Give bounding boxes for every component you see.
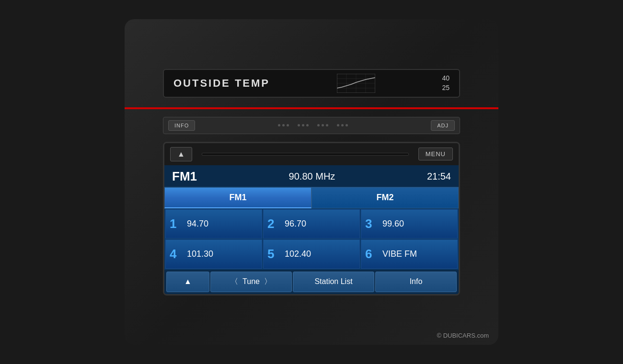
- preset-frequency: VIBE FM: [382, 249, 417, 259]
- dot: [326, 124, 328, 126]
- screen-header: FM1 90.80 MHz 21:54: [164, 165, 459, 187]
- dot-groups: [278, 124, 348, 126]
- preset-4-button[interactable]: 4 101.30: [165, 239, 262, 269]
- dot-group-2: [298, 124, 309, 126]
- station-list-button[interactable]: Station List: [293, 272, 374, 292]
- preset-number: 3: [365, 216, 377, 231]
- band-tabs: FM1 FM2: [164, 187, 459, 208]
- preset-frequency: 94.70: [187, 219, 208, 229]
- tab-fm2[interactable]: FM2: [312, 187, 459, 208]
- preset-1-button[interactable]: 1 94.70: [165, 209, 262, 239]
- dot-group-3: [317, 124, 328, 126]
- frequency-display: 90.80 MHz: [289, 171, 335, 182]
- red-indicator-bar: [125, 107, 498, 109]
- preset-6-button[interactable]: 6 VIBE FM: [361, 239, 458, 269]
- tune-right-icon: 〉: [264, 277, 272, 285]
- tune-label: Tune: [242, 277, 260, 285]
- cd-slot: [202, 153, 409, 156]
- preset-3-button[interactable]: 3 99.60: [361, 209, 458, 239]
- preset-number: 2: [267, 216, 279, 231]
- radio-screen: FM1 90.80 MHz 21:54 FM1 FM2 1 94.70: [164, 165, 459, 294]
- adj-button[interactable]: ADJ: [431, 120, 455, 131]
- preset-frequency: 99.60: [382, 219, 404, 229]
- dot: [317, 124, 320, 126]
- dot: [341, 124, 344, 126]
- tab-fm1[interactable]: FM1: [164, 187, 312, 208]
- dot: [306, 124, 309, 126]
- tune-left-button[interactable]: 〈 Tune 〉: [210, 272, 292, 292]
- temp-high: 40: [442, 74, 450, 83]
- preset-number: 5: [267, 247, 279, 262]
- temp-low: 25: [442, 83, 450, 93]
- eject-button[interactable]: ▲: [170, 147, 192, 161]
- preset-2-button[interactable]: 2 96.70: [263, 209, 360, 239]
- temp-graph: [337, 74, 375, 93]
- info-button[interactable]: INFO: [168, 120, 195, 131]
- preset-frequency: 101.30: [187, 249, 213, 259]
- dot-group-1: [278, 124, 289, 126]
- tune-left-icon: 〈: [231, 277, 238, 285]
- dot: [287, 124, 289, 126]
- dot: [346, 124, 348, 126]
- preset-number: 1: [170, 216, 181, 231]
- preset-5-button[interactable]: 5 102.40: [263, 239, 360, 269]
- dot: [302, 124, 304, 126]
- top-display: OUTSIDE TEMP 40 25: [163, 69, 460, 98]
- current-band-label: FM1: [172, 169, 197, 184]
- preset-number: 4: [170, 247, 181, 262]
- dot: [278, 124, 280, 126]
- preset-number: 6: [365, 247, 377, 262]
- dot-group-4: [337, 124, 348, 126]
- menu-button[interactable]: MENU: [418, 148, 453, 160]
- preset-frequency: 102.40: [285, 249, 311, 259]
- preset-grid: 1 94.70 2 96.70 3 99.60 4 101.30 5 102: [164, 208, 459, 270]
- watermark: © DUBICARS.com: [437, 332, 489, 339]
- head-unit: ▲ MENU FM1 90.80 MHz 21:54 FM1 FM2: [163, 142, 460, 296]
- car-panel: OUTSIDE TEMP 40 25 INFO: [125, 19, 498, 345]
- control-bar: INFO ADJ: [163, 117, 460, 134]
- up-arrow-button[interactable]: ▲: [166, 272, 209, 292]
- bottom-button-bar: ▲ 〈 Tune 〉 Station List Info: [164, 270, 459, 294]
- outside-temp-label: OUTSIDE TEMP: [173, 77, 270, 90]
- temp-values: 40 25: [442, 74, 450, 92]
- dot: [322, 124, 324, 126]
- dot: [282, 124, 285, 126]
- clock-display: 21:54: [427, 171, 451, 182]
- dot: [298, 124, 300, 126]
- dot: [337, 124, 339, 126]
- preset-frequency: 96.70: [285, 219, 306, 229]
- info-screen-button[interactable]: Info: [375, 272, 457, 292]
- unit-top-bar: ▲ MENU: [164, 143, 459, 165]
